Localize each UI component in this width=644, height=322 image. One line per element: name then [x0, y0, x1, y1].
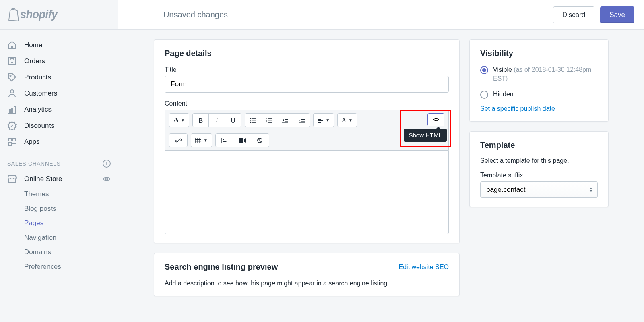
subnav-pages[interactable]: Pages: [24, 216, 118, 231]
show-html-button[interactable]: <>: [428, 114, 444, 126]
main-content: Page details Title Content A▼ B I U: [118, 0, 644, 322]
svg-rect-7: [13, 138, 16, 141]
store-icon: [7, 174, 17, 184]
template-heading: Template: [480, 141, 598, 150]
clear-formatting-button[interactable]: [251, 134, 269, 147]
discard-button[interactable]: Discard: [553, 6, 595, 23]
nav-analytics[interactable]: Analytics: [0, 102, 118, 118]
bullet-list-button[interactable]: [245, 114, 261, 127]
svg-rect-27: [301, 119, 305, 120]
nav-label: Customers: [24, 89, 57, 98]
nav-products[interactable]: Products: [0, 69, 118, 85]
svg-rect-6: [8, 138, 11, 141]
nav-label: Home: [24, 41, 42, 49]
svg-rect-33: [318, 122, 321, 123]
visible-label: Visible: [493, 66, 512, 73]
numbered-list-button[interactable]: 123: [261, 114, 277, 127]
nav-orders[interactable]: Orders: [0, 53, 118, 69]
hidden-label: Hidden: [493, 90, 514, 99]
editor-toolbar: A▼ B I U 123: [165, 110, 449, 150]
nav-customers[interactable]: Customers: [0, 85, 118, 102]
svg-rect-28: [301, 121, 305, 122]
svg-rect-8: [8, 143, 11, 145]
svg-rect-15: [252, 122, 256, 123]
outdent-button[interactable]: [277, 114, 293, 127]
page-details-heading: Page details: [165, 49, 449, 58]
video-button[interactable]: [233, 134, 251, 147]
subnav-navigation[interactable]: Navigation: [24, 231, 118, 245]
code-icon: <>: [433, 116, 439, 123]
svg-rect-31: [318, 119, 321, 120]
svg-rect-23: [285, 119, 288, 120]
content-label: Content: [165, 100, 449, 107]
publish-date-link[interactable]: Set a specific publish date: [480, 105, 598, 112]
channel-online-store[interactable]: Online Store: [0, 171, 118, 187]
nav-discounts[interactable]: Discounts: [0, 118, 118, 134]
edit-seo-link[interactable]: Edit website SEO: [399, 264, 449, 271]
nav-apps[interactable]: Apps: [0, 134, 118, 150]
add-channel-button[interactable]: +: [103, 160, 111, 168]
underline-button[interactable]: U: [225, 114, 241, 127]
image-button[interactable]: [216, 134, 233, 147]
svg-rect-11: [252, 118, 256, 119]
visibility-hidden-option[interactable]: Hidden: [480, 90, 598, 99]
svg-rect-19: [268, 120, 272, 120]
seo-description: Add a description to see how this page m…: [165, 280, 449, 287]
video-icon: [239, 138, 246, 143]
svg-rect-13: [252, 120, 256, 120]
content-editor[interactable]: [165, 150, 449, 234]
person-icon: [7, 89, 17, 98]
bullet-list-icon: [250, 118, 256, 123]
svg-rect-26: [299, 118, 305, 118]
topbar: Unsaved changes Discard Save: [118, 0, 644, 30]
subnav-preferences[interactable]: Preferences: [24, 260, 118, 274]
table-dropdown-button[interactable]: ▼: [191, 134, 212, 147]
sales-channels-label: SALES CHANNELS: [7, 160, 60, 167]
svg-point-2: [10, 90, 14, 93]
save-button[interactable]: Save: [600, 6, 634, 23]
text-color-dropdown-button[interactable]: A▼: [338, 114, 357, 127]
home-icon: [7, 40, 17, 50]
template-card: Template Select a template for this page…: [469, 131, 609, 207]
chart-icon: [7, 105, 17, 114]
svg-line-43: [258, 139, 262, 142]
show-html-group: <>: [427, 113, 444, 126]
shopify-bag-icon: [7, 8, 19, 22]
title-label: Title: [165, 66, 449, 73]
svg-rect-5: [14, 106, 15, 113]
svg-rect-4: [12, 108, 13, 113]
svg-rect-21: [268, 122, 272, 123]
subnav-domains[interactable]: Domains: [24, 245, 118, 260]
align-icon: [318, 118, 323, 123]
title-input[interactable]: [165, 76, 449, 93]
svg-rect-30: [318, 118, 323, 118]
discount-icon: [7, 121, 17, 131]
svg-point-40: [223, 139, 224, 140]
italic-button[interactable]: I: [209, 114, 225, 127]
brand-name: shopify: [20, 8, 58, 21]
font-dropdown-button[interactable]: A▼: [169, 114, 189, 127]
template-suffix-select[interactable]: page.contact: [480, 181, 598, 198]
outdent-icon: [282, 118, 288, 123]
nav-home[interactable]: Home: [0, 37, 118, 53]
topbar-title: Unsaved changes: [163, 10, 228, 19]
link-icon: [175, 137, 182, 143]
svg-rect-3: [9, 110, 10, 113]
align-dropdown-button[interactable]: ▼: [314, 114, 334, 127]
indent-button[interactable]: [293, 114, 310, 127]
svg-text:3: 3: [266, 121, 267, 123]
visibility-visible-option[interactable]: Visible (as of 2018-01-30 12:48pm EST): [480, 65, 598, 83]
brand-logo: shopify: [0, 0, 118, 30]
template-suffix-label: Template suffix: [480, 172, 598, 179]
primary-nav: Home Orders Products Customers Analytics…: [0, 30, 118, 150]
eye-icon[interactable]: [103, 175, 111, 183]
svg-rect-24: [285, 121, 288, 122]
bold-button[interactable]: B: [193, 114, 209, 127]
subnav-blog-posts[interactable]: Blog posts: [24, 202, 118, 216]
svg-rect-17: [268, 118, 272, 119]
svg-rect-29: [299, 122, 305, 123]
link-button[interactable]: [169, 134, 187, 147]
numbered-list-icon: 123: [266, 118, 272, 123]
nav-label: Orders: [24, 57, 45, 65]
subnav-themes[interactable]: Themes: [24, 187, 118, 202]
